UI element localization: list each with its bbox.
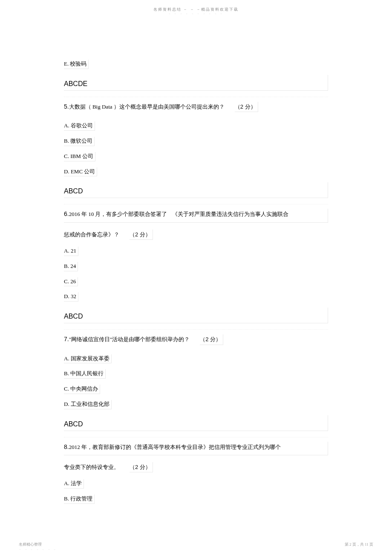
q5-option-d: D. EMC 公司 [64,167,328,177]
q6-text-line2: 惩戒的合作备忘录》？（2 分） [64,230,328,240]
q7-option-c: C. 中央网信办 [64,385,328,394]
q5-option-c: C. IBM 公司 [64,152,328,161]
q5-option-a: A. 谷歌公司 [64,121,328,131]
q7-points: （2 分） [200,334,223,345]
q4-answer: ABCDE [64,75,328,91]
q5-option-b: B. 微软公司 [64,137,328,146]
q7-option-a: A. 国家发展改革委 [64,354,328,364]
q7-option-b: B. 中国人民银行 [64,369,328,379]
q5-answer: ABCD [64,182,328,198]
q6-points: （2 分） [130,230,153,240]
q5-text: 5.大数据（ Big Data ）这个概念最早是由美国哪个公司提出来的？（2 分… [64,101,328,112]
q8-text-line2: 专业类下的特设专业。（2 分） [64,462,328,472]
q6-text-line1: 6.2016 年 10 月，有多少个部委联合签署了《关于对严重质量违法失信行为当… [64,209,328,222]
page-header-dashes: － － － － － － － － － － [168,12,224,16]
q5-number: 5. [64,103,69,110]
q7-number: 7. [64,336,69,342]
q6-option-b: B. 24 [64,262,328,271]
q8-option-a: A. 法学 [64,479,328,489]
q6-number: 6. [64,210,69,217]
q6-option-d: D. 32 [64,292,328,302]
q6-answer: ABCD [64,308,328,323]
q8-number: 8. [64,443,69,450]
q8-text-line1: 8.2012 年，教育部新修订的《普通高等学校本科专业目录》把信用管理专业正式列… [64,442,328,455]
footer-left: 名师精心整理 [19,542,42,547]
document-content: E. 校验码 ABCDE 5.大数据（ Big Data ）这个概念最早是由美国… [64,60,328,510]
q6-option-c: C. 26 [64,277,328,287]
q7-text: 7."网络诚信宣传日"活动是由哪个部委组织举办的？（2 分） [64,334,328,345]
q4-option-e: E. 校验码 [64,60,328,69]
q6-option-a: A. 21 [64,247,328,256]
footer-left-dashes: － － － － － － － [19,548,57,552]
q7-option-d: D. 工业和信息化部 [64,400,328,409]
footer-right: 第 2 页，共 11 页 [345,542,373,547]
q8-points: （2 分） [130,462,153,472]
q5-points: （2 分） [235,102,258,112]
q7-answer: ABCD [64,415,328,431]
q8-option-b: B. 行政管理 [64,495,328,504]
